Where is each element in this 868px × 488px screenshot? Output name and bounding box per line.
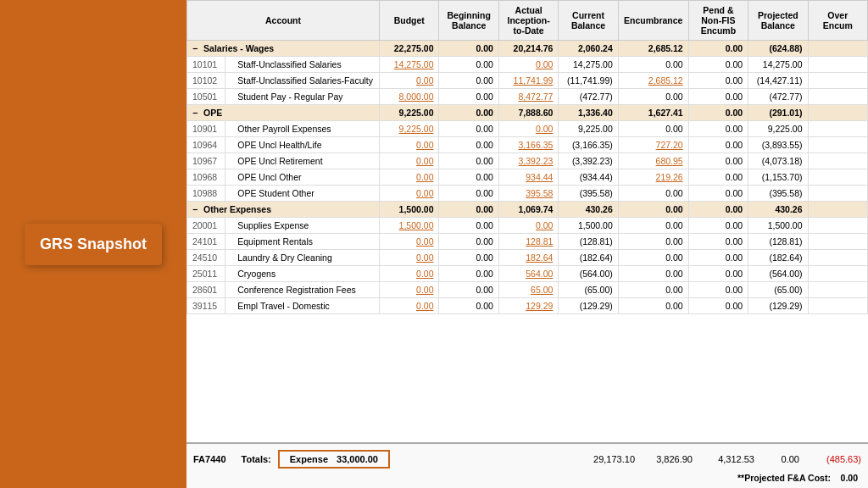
budget-link[interactable]: 1,500.00	[399, 220, 434, 230]
budget-link[interactable]: 0.00	[416, 236, 433, 247]
row-budget[interactable]: 14,275.00	[380, 57, 439, 73]
budget-link[interactable]: 0.00	[416, 301, 433, 311]
budget-link[interactable]: 0.00	[416, 172, 433, 182]
row-actual[interactable]: 564.00	[498, 266, 558, 282]
budget-link[interactable]: 8,000.00	[399, 92, 434, 102]
row-encumbrance[interactable]: 0.00	[618, 89, 688, 105]
row-projected: (4,073.18)	[748, 153, 808, 169]
group-budget: 1,500.00	[380, 202, 439, 218]
actual-link[interactable]: 934.44	[526, 172, 553, 182]
group-encumbrance: 2,685.12	[618, 41, 688, 57]
row-encumbrance[interactable]: 0.00	[618, 121, 688, 137]
row-actual[interactable]: 0.00	[498, 57, 558, 73]
row-budget[interactable]: 0.00	[380, 282, 439, 298]
row-actual[interactable]: 65.00	[498, 282, 558, 298]
actual-link[interactable]: 8,472.77	[518, 92, 553, 102]
row-budget[interactable]: 0.00	[380, 298, 439, 314]
row-actual[interactable]: 182.64	[498, 250, 558, 266]
main-container: GRS Snapshot Account Budget BeginningBal…	[0, 0, 868, 488]
budget-link[interactable]: 9,225.00	[399, 124, 434, 134]
budget-link[interactable]: 0.00	[416, 188, 433, 198]
actual-link[interactable]: 564.00	[526, 269, 553, 279]
actual-link[interactable]: 3,166.35	[518, 140, 553, 150]
row-encumbrance[interactable]: 0.00	[618, 282, 688, 298]
row-actual[interactable]: 0.00	[498, 121, 558, 137]
row-actual[interactable]: 11,741.99	[498, 73, 558, 89]
row-projected: 14,275.00	[748, 57, 808, 73]
row-budget[interactable]: 0.00	[380, 250, 439, 266]
row-budget[interactable]: 0.00	[380, 137, 439, 153]
budget-link[interactable]: 0.00	[416, 252, 433, 263]
row-actual[interactable]: 129.29	[498, 298, 558, 314]
budget-link[interactable]: 14,275.00	[394, 59, 434, 69]
row-projected: (395.58)	[748, 186, 808, 202]
row-encumbrance[interactable]: 727.20	[618, 137, 688, 153]
row-encumbrance[interactable]: 0.00	[618, 266, 688, 282]
encumb-link[interactable]: 2,685.12	[648, 75, 683, 86]
row-actual[interactable]: 934.44	[498, 169, 558, 186]
row-over	[808, 266, 867, 282]
group-name: − Other Expenses	[187, 202, 380, 218]
table-scroll[interactable]: Account Budget BeginningBalance ActualIn…	[186, 0, 868, 442]
row-encumbrance[interactable]: 2,685.12	[618, 73, 688, 89]
row-code: 24510	[187, 250, 225, 266]
budget-link[interactable]: 0.00	[416, 285, 433, 295]
row-budget[interactable]: 1,500.00	[380, 218, 439, 234]
group-toggle[interactable]: −	[192, 108, 198, 118]
row-over	[808, 234, 867, 250]
row-encumbrance[interactable]: 0.00	[618, 234, 688, 250]
row-name: OPE Uncl Other	[225, 169, 380, 186]
row-encumbrance[interactable]: 0.00	[618, 298, 688, 314]
actual-link[interactable]: 0.00	[536, 220, 553, 230]
actual-link[interactable]: 3,392.23	[518, 156, 553, 166]
row-encumbrance[interactable]: 0.00	[618, 250, 688, 266]
row-actual[interactable]: 3,166.35	[498, 137, 558, 153]
actual-link[interactable]: 395.58	[526, 188, 553, 198]
row-encumbrance[interactable]: 0.00	[618, 218, 688, 234]
actual-link[interactable]: 0.00	[536, 59, 553, 69]
budget-link[interactable]: 0.00	[416, 140, 433, 150]
budget-link[interactable]: 0.00	[416, 156, 433, 166]
row-name: Conference Registration Fees	[225, 282, 380, 298]
row-actual[interactable]: 3,392.23	[498, 153, 558, 169]
row-beginning: 0.00	[439, 250, 498, 266]
actual-link[interactable]: 65.00	[531, 285, 553, 295]
row-code: 10101	[187, 57, 225, 73]
row-projected: (128.81)	[748, 234, 808, 250]
row-pend: 0.00	[688, 250, 748, 266]
budget-link[interactable]: 0.00	[416, 269, 433, 279]
header-pend: Pend &Non-FISEncumb	[688, 1, 748, 41]
row-budget[interactable]: 0.00	[380, 266, 439, 282]
row-actual[interactable]: 8,472.77	[498, 89, 558, 105]
row-encumbrance[interactable]: 0.00	[618, 186, 688, 202]
group-toggle[interactable]: −	[192, 43, 198, 53]
row-budget[interactable]: 0.00	[380, 73, 439, 89]
row-current: (11,741.99)	[559, 73, 618, 89]
row-budget[interactable]: 0.00	[380, 153, 439, 169]
row-budget[interactable]: 0.00	[380, 186, 439, 202]
budget-link[interactable]: 0.00	[416, 75, 433, 86]
actual-link[interactable]: 0.00	[536, 124, 553, 134]
encumb-link[interactable]: 727.20	[656, 140, 683, 150]
row-encumbrance[interactable]: 219.26	[618, 169, 688, 186]
row-actual[interactable]: 128.81	[498, 234, 558, 250]
actual-link[interactable]: 182.64	[526, 252, 553, 263]
row-encumbrance[interactable]: 680.95	[618, 153, 688, 169]
row-actual[interactable]: 395.58	[498, 186, 558, 202]
row-budget[interactable]: 0.00	[380, 234, 439, 250]
row-budget[interactable]: 9,225.00	[380, 121, 439, 137]
row-over	[808, 57, 867, 73]
row-budget[interactable]: 0.00	[380, 169, 439, 186]
encumb-link[interactable]: 680.95	[656, 156, 683, 166]
row-budget[interactable]: 8,000.00	[380, 89, 439, 105]
actual-link[interactable]: 128.81	[526, 236, 553, 247]
row-current: (564.00)	[559, 266, 618, 282]
row-beginning: 0.00	[439, 234, 498, 250]
actual-link[interactable]: 129.29	[526, 301, 553, 311]
totals-projected: (485.63)	[806, 454, 861, 464]
actual-link[interactable]: 11,741.99	[514, 75, 554, 86]
group-toggle[interactable]: −	[192, 204, 198, 214]
row-encumbrance[interactable]: 0.00	[618, 57, 688, 73]
row-actual[interactable]: 0.00	[498, 218, 558, 234]
encumb-link[interactable]: 219.26	[656, 172, 683, 182]
